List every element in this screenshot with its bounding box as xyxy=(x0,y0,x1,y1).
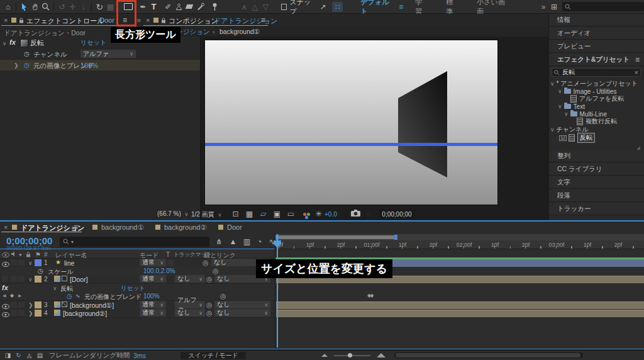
draft-icon[interactable]: ◬ xyxy=(24,351,35,360)
layer-label-color[interactable] xyxy=(35,259,42,266)
panel-menu-icon[interactable]: ≡ xyxy=(70,222,81,232)
layer-label-color[interactable] xyxy=(35,310,42,317)
brush-tool-icon[interactable]: ✐ xyxy=(163,2,174,12)
track-matte-dropdown[interactable]: なし∨ xyxy=(175,309,205,317)
layer-row-door[interactable]: ∨ 2 [Door] 通常∨ なし∨ ◎ なし∨ xyxy=(0,275,275,284)
playhead-line[interactable] xyxy=(277,234,278,347)
stopwatch-icon-active[interactable]: ◷ xyxy=(67,293,72,300)
zoom-out-mountain-icon[interactable] xyxy=(321,354,328,357)
pickwhip-icon[interactable]: ◎ xyxy=(206,309,213,317)
audio-toggle[interactable] xyxy=(11,276,17,282)
snap-checkbox-icon[interactable] xyxy=(281,4,287,10)
timeline-tab-door[interactable]: Door xyxy=(227,223,242,231)
selection-tool-icon[interactable] xyxy=(19,2,30,12)
stopwatch-icon-active[interactable]: ◷ xyxy=(24,62,30,69)
pickwhip-icon[interactable]: ◎ xyxy=(220,292,226,300)
solo-toggle[interactable] xyxy=(18,276,25,282)
tree-folder-text[interactable]: ∨Text xyxy=(558,103,585,110)
workspace-panel-icon[interactable]: ⊞ xyxy=(549,2,560,12)
composition-mini-flowchart-icon[interactable]: ⋔ xyxy=(214,237,225,247)
dolly-camera-tool-icon[interactable]: ↓ xyxy=(78,2,89,12)
breadcrumb-current[interactable]: background① xyxy=(219,28,260,35)
panel-menu-icon[interactable]: ≡ xyxy=(632,55,643,65)
blend-value[interactable]: 100% xyxy=(80,62,98,69)
time-ruler[interactable]: 00f 10f 20f 01:00f 10f 20f 02:00f 10f 20… xyxy=(275,240,644,249)
panel-effects-presets[interactable]: エフェクト&プリセット ≡ xyxy=(549,53,644,66)
tab-effect-controls-target[interactable]: Door xyxy=(99,16,114,24)
layer-name[interactable]: line xyxy=(64,259,74,267)
audio-toggle[interactable] xyxy=(11,259,17,266)
zoom-slider-knob[interactable] xyxy=(348,353,352,357)
live-update-icon[interactable]: ↻ xyxy=(13,351,24,360)
clear-search-icon[interactable]: × xyxy=(635,69,638,76)
t-column-header[interactable]: T xyxy=(166,251,170,258)
home-icon[interactable]: ⌂ xyxy=(3,2,13,12)
channel-dropdown[interactable]: アルファ ∨ xyxy=(80,50,136,58)
channel-colors-icon[interactable] xyxy=(303,213,306,216)
panel-tracker[interactable]: トラッカー xyxy=(549,203,644,215)
reset-link[interactable]: リセット xyxy=(80,38,106,47)
scrollbar-thumb[interactable] xyxy=(396,353,580,357)
timeline-zoom-slider[interactable] xyxy=(334,355,370,356)
mode-dropdown[interactable]: 通常∨ xyxy=(140,259,166,266)
solo-toggle[interactable] xyxy=(18,310,25,316)
mode-dropdown[interactable]: 通常∨ xyxy=(140,309,166,317)
work-area-strip[interactable] xyxy=(275,234,644,240)
panel-paragraph[interactable]: 段落 xyxy=(549,189,644,202)
stopwatch-icon[interactable]: ◷ xyxy=(24,50,30,57)
tab-composition[interactable]: コンポジション xyxy=(169,16,218,26)
resolution-dropdown[interactable]: 1/2 画質 ∨ xyxy=(191,210,221,219)
frame-blending-icon[interactable]: ▥ xyxy=(242,237,252,247)
world-axis-mode-icon[interactable]: △ xyxy=(250,2,260,12)
property-row-blend[interactable]: ◀ ◆ ▶ ◷ ∿ 元の画像とブレンド 100% ◎ xyxy=(0,292,275,301)
fx-badge-icon[interactable]: fx xyxy=(2,284,8,291)
layer-label-color[interactable] xyxy=(35,301,42,308)
cache-icon[interactable]: ▤ xyxy=(35,351,45,360)
layer-label-color[interactable] xyxy=(35,276,42,283)
audio-toggle[interactable] xyxy=(11,310,17,316)
eraser-tool-icon[interactable] xyxy=(184,2,195,12)
stopwatch-icon[interactable]: ◷ xyxy=(38,267,43,274)
layer-row-background2[interactable]: ❯ 4 [background②] 通常∨ なし∨ ◎ なし∨ xyxy=(0,309,275,318)
exposure-icon[interactable]: ✳ xyxy=(313,209,324,219)
expand-caret-icon[interactable]: ❯ xyxy=(14,62,19,69)
solo-toggle[interactable] xyxy=(18,259,25,266)
snapshot-camera-icon[interactable] xyxy=(351,210,360,218)
expand-caret-icon[interactable]: ❯ xyxy=(28,310,33,317)
panel-audio[interactable]: オーディオ xyxy=(549,27,644,40)
scale-value[interactable]: 100.0,2.0% xyxy=(143,267,175,274)
panel-align[interactable]: 整列 xyxy=(549,150,644,162)
pickwhip-icon[interactable]: ◎ xyxy=(203,259,209,267)
guides-options-icon[interactable]: ▭ xyxy=(286,209,296,219)
parent-dropdown[interactable]: なし∨ xyxy=(214,301,270,308)
mask-visibility-icon[interactable]: ▱ xyxy=(258,209,269,219)
work-area-bar[interactable] xyxy=(276,235,397,239)
viewer-timecode[interactable]: 0;00;00;00 xyxy=(379,210,415,218)
layer-bar-background1[interactable] xyxy=(276,301,644,309)
snap-options-icon[interactable]: ↗ xyxy=(318,2,328,12)
parent-dropdown[interactable]: なし∨ xyxy=(214,309,270,317)
effect-name[interactable]: 反転 xyxy=(30,38,44,48)
timeline-tab-background1[interactable]: background① xyxy=(101,223,143,232)
show-snapshot-icon[interactable]: ◌ xyxy=(364,209,374,219)
eye-icon[interactable] xyxy=(2,311,9,318)
selected-property-row[interactable]: ❯ ◷ 元の画像とブレンド 100% xyxy=(0,60,200,70)
motion-blur-icon[interactable]: ◔ xyxy=(254,237,265,247)
zoom-level-dropdown[interactable]: (66.7 %) ∨ xyxy=(157,210,188,217)
pickwhip-icon[interactable]: ◎ xyxy=(206,275,213,283)
blend-value[interactable]: 100% xyxy=(143,293,160,300)
mode-dropdown[interactable]: 通常∨ xyxy=(140,301,166,308)
keyframe-diamonds[interactable]: ◆◆ xyxy=(367,293,372,298)
presets-search-field[interactable]: 反転 × xyxy=(552,68,641,77)
tree-preset-multiline-invert[interactable]: 複数行反転 xyxy=(577,118,617,125)
collapse-caret-icon[interactable]: ∨ xyxy=(3,40,7,47)
workspace-overflow-icon[interactable]: » xyxy=(538,2,549,12)
tab-effect-controls[interactable]: エフェクトコントロール xyxy=(26,16,104,26)
track-matte-dropdown[interactable]: アルファ∨ xyxy=(175,301,205,308)
next-keyframe-icon[interactable]: ▶ xyxy=(18,293,21,298)
workspace-menu-icon[interactable]: ≡ xyxy=(396,2,406,12)
switch-mode-button[interactable]: スイッチ / モード xyxy=(180,352,246,359)
roto-brush-tool-icon[interactable] xyxy=(195,2,206,12)
graph-icon[interactable]: ∿ xyxy=(75,293,80,299)
effect-row-invert[interactable]: fx ∨ 反転 リセット xyxy=(0,284,275,293)
